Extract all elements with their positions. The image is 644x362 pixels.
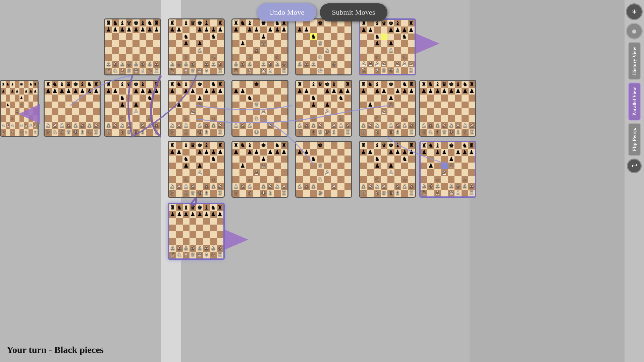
parallel-view-tab[interactable]: Parallel View [628,82,641,120]
chess-board-b5[interactable]: ♜♝♛♚♝♜♟♟♟♟♟♟♞♞♟♟♙♘♘♙♙♙♙♙♙♙♖♗♕♔♗♖ [359,18,416,75]
chess-board-b16[interactable]: ♚♟♟♞♕♙♘♙♙♙♙♔ [295,141,352,198]
back-icon: ↩ [631,162,637,170]
chess-board-b18[interactable]: ♜♞♝♚♞♜♟♟♟♟♟♟♟♟♕♙♘♘♙♙♙♙♙♙♙♖♗♔♗♖ [419,141,476,198]
flip-perspective-tab[interactable]: Flip Persp. [628,123,641,156]
top-buttons: Undo Move Submit Moves [257,3,387,21]
svg-marker-0 [416,34,439,54]
chess-board-b9[interactable]: ♜♞♝♚♞♜♟♟♟♟♟♟♟♟♕♙♘♘♙♙♙♙♙♙♙♖♗♔♗♖ [168,80,225,137]
chess-board-b15[interactable]: ♜♞♝♚♞♜♟♟♟♟♟♟♟♟♕♙♘♘♙♙♙♙♙♙♙♖♗♔♗♖ [231,141,288,198]
chess-board-b1[interactable]: ♜♞♝♛♚♝♞♜♟♟♟♟♟♟♟♟♙♙♙♙♙♙♙♙♖♘♗♕♔♗♘♖ [104,18,161,75]
history-view-tab[interactable]: History View [628,42,641,80]
main-area: ♜♞♝♛♚♝♞♜♟♟♟♟♟♟♟♟♙♙♙♙♙♙♙♙♖♘♗♕♔♗♘♖♜♝♛♚♝♜♟♟… [0,0,470,362]
circle-icon: ● [632,26,637,37]
status-text: Your turn - Black pieces [7,345,104,355]
star-icon: ✶ [632,8,637,16]
chess-board-b7[interactable]: ♜♞♝♛♚♝♞♜♟♟♟♟♟♟♟♟♙♙♙♙♙♙♙♙♖♘♗♕♔♗♘♖ [44,80,101,137]
chess-board-b6[interactable]: ♜♞♝♚♞♜♟♟♟♟♟♟♟♟♕♙♘♘♙♙♙♙♙♙♙♖♗♔♗♖ [0,80,39,137]
chess-board-b13[interactable]: ♜♞♝♛♚♝♞♜♟♟♟♟♟♟♟♟♙♙♙♙♙♙♙♙♖♘♗♕♔♗♘♖ [419,80,476,137]
submit-moves-button[interactable]: Submit Moves [320,3,387,21]
chess-board-b4[interactable]: ♚♟♟♞♕♙♘♙♙♙♙♔ [295,18,352,75]
chess-board-b11[interactable]: ♜♝♛♚♝♜♟♟♟♟♟♟♞♞♟♟♙♘♘♙♙♙♙♙♙♙♖♗♕♔♗♖ [295,80,352,137]
back-button[interactable]: ↩ [627,159,642,173]
undo-move-button[interactable]: Undo Move [257,3,317,21]
chess-board-b12[interactable]: ♜♞♝♚♞♜♟♟♟♟♟♟♟♟♕♙♘♘♙♙♙♙♙♙♙♖♗♔♗♖ [359,80,416,137]
chess-board-b17[interactable]: ♜♝♛♚♝♜♟♟♟♟♟♟♞♞♟♟♙♘♘♙♙♙♙♙♙♙♖♗♕♔♗♖ [359,141,416,198]
svg-marker-2 [225,230,248,250]
chess-board-b8[interactable]: ♜♝♛♚♝♜♟♟♟♟♟♟♞♞♟♟♙♘♘♙♙♙♙♙♙♙♖♗♕♔♗♖ [104,80,161,137]
right-sidebar: ✶ ● History View Parallel View Flip Pers… [625,0,644,362]
chess-board-b14[interactable]: ♜♝♛♚♝♜♟♟♟♟♟♟♞♞♟♟♙♘♘♙♙♙♙♙♙♙♖♗♕♔♗♖ [168,141,225,198]
chess-board-b10[interactable]: ♚♟♟♞♕♙♘♙♙♙♙♔ [231,80,288,137]
star-button[interactable]: ✶ [626,3,643,20]
circle-button[interactable]: ● [626,23,643,40]
chess-board-b2[interactable]: ♜♝♛♚♝♜♟♟♟♟♟♟♞♞♟♟♙♘♘♙♙♙♙♙♙♙♖♗♕♔♗♖ [168,18,225,75]
chess-board-b19[interactable]: ♜♞♝♛♚♝♞♜♟♟♟♟♟♟♟♟♙♙♙♙♙♙♙♙♖♘♗♕♔♗♘♖ [168,203,225,260]
chess-board-b3[interactable]: ♜♞♝♚♞♜♟♟♟♟♟♟♟♟♕♙♘♘♙♙♙♙♙♙♙♖♗♔♗♖ [231,18,288,75]
